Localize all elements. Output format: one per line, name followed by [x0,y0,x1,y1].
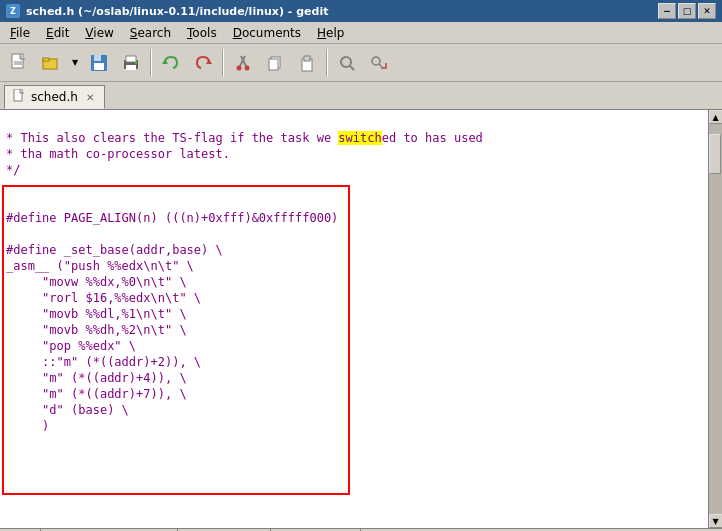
print-button[interactable] [116,48,146,78]
line-9: _asm__ ("push %%edx\n\t" \ [6,259,194,273]
line-10: "movw %%dx,%0\n\t" \ [6,275,187,289]
line-1: * This also clears the TS-flag if the ta… [6,131,483,145]
line-11: "rorl $16,%%edx\n\t" \ [6,291,201,305]
editor-container: * This also clears the TS-flag if the ta… [0,110,722,528]
svg-rect-12 [126,65,136,70]
line-6: #define PAGE_ALIGN(n) (((n)+0xfff)&0xfff… [6,211,338,225]
line-18: "d" (base) \ [6,403,129,417]
maximize-button[interactable]: □ [678,3,696,19]
toolbar: ▼ [0,44,722,82]
svg-rect-21 [269,59,278,70]
title-bar: Z sched.h (~/oslab/linux-0.11/include/li… [0,0,722,22]
svg-text:Z: Z [10,7,16,16]
line-17: "m" (*((addr)+7)), \ [6,387,187,401]
line-3: */ [6,163,20,177]
window-title: sched.h (~/oslab/linux-0.11/include/linu… [26,5,328,18]
minimize-button[interactable]: − [658,3,676,19]
svg-rect-28 [14,89,22,101]
svg-line-25 [350,66,354,70]
undo-button[interactable] [156,48,186,78]
scroll-track[interactable] [709,124,723,514]
close-button[interactable]: ✕ [698,3,716,19]
svg-point-19 [245,65,250,70]
app-icon: Z [6,4,20,18]
editor-content[interactable]: * This also clears the TS-flag if the ta… [0,110,708,528]
open-arrow[interactable]: ▼ [68,48,82,78]
menu-bar: File Edit View Search Tools Documents He… [0,22,722,44]
menu-tools[interactable]: Tools [179,24,225,42]
new-button[interactable] [4,48,34,78]
line-7 [6,227,13,241]
tab-close-button[interactable]: ✕ [84,92,96,103]
tab-sched-h[interactable]: sched.h ✕ [4,85,105,109]
line-8: #define _set_base(addr,base) \ [6,243,223,257]
save-button[interactable] [84,48,114,78]
line-4 [6,179,13,193]
redo-button[interactable] [188,48,218,78]
tab-bar: sched.h ✕ [0,82,722,110]
svg-marker-15 [206,59,212,64]
line-12: "movb %%dl,%1\n\t" \ [6,307,187,321]
menu-help[interactable]: Help [309,24,352,42]
copy-button[interactable] [260,48,290,78]
svg-rect-23 [304,56,310,61]
svg-point-24 [341,57,351,67]
line-13: "movb %%dh,%2\n\t" \ [6,323,187,337]
menu-documents[interactable]: Documents [225,24,309,42]
open-button[interactable] [36,48,66,78]
paste-button[interactable] [292,48,322,78]
line-15: ::"m" (*((addr)+2)), \ [6,355,201,369]
line-2: * tha math co-processor latest. [6,147,230,161]
svg-rect-6 [43,58,49,61]
line-14: "pop %%edx" \ [6,339,136,353]
separator-3 [326,49,328,77]
scroll-up-button[interactable]: ▲ [709,110,723,124]
cut-button[interactable] [228,48,258,78]
svg-rect-11 [126,56,136,62]
menu-edit[interactable]: Edit [38,24,77,42]
highlight-switched: switch [338,131,381,145]
line-19: ) [6,419,49,433]
svg-rect-9 [94,63,104,70]
window-controls[interactable]: − □ ✕ [658,3,716,19]
scroll-down-button[interactable]: ▼ [709,514,723,528]
editor-text-area[interactable]: * This also clears the TS-flag if the ta… [0,110,708,454]
svg-rect-8 [94,55,101,61]
line-5 [6,195,13,209]
svg-point-18 [237,65,242,70]
svg-rect-13 [135,62,137,64]
scroll-thumb[interactable] [709,134,721,174]
svg-marker-14 [162,59,168,64]
svg-line-27 [379,64,382,67]
menu-search[interactable]: Search [122,24,179,42]
menu-view[interactable]: View [77,24,121,42]
line-16: "m" (*((addr)+4)), \ [6,371,187,385]
scrollbar-vertical[interactable]: ▲ ▼ [708,110,722,528]
title-bar-left: Z sched.h (~/oslab/linux-0.11/include/li… [6,4,328,18]
svg-point-26 [372,57,380,65]
tab-file-icon [13,89,25,106]
tab-label: sched.h [31,90,78,104]
replace-button[interactable] [364,48,394,78]
menu-file[interactable]: File [2,24,38,42]
find-button[interactable] [332,48,362,78]
separator-2 [222,49,224,77]
separator-1 [150,49,152,77]
